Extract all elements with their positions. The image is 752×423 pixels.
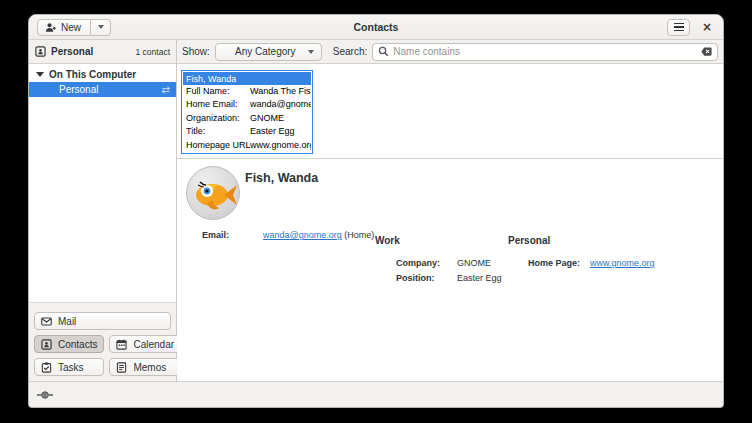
app-menu-button[interactable] — [667, 19, 690, 36]
personal-section-header: Personal — [508, 235, 550, 246]
position-label: Position: — [396, 273, 435, 283]
clear-search-icon[interactable] — [701, 46, 712, 57]
switcher-label: Tasks — [58, 362, 84, 373]
memos-icon — [116, 362, 127, 373]
close-button[interactable]: × — [699, 20, 715, 34]
sidebar: Personal 1 contact On This Computer Pers… — [29, 40, 177, 381]
fish-image — [187, 167, 240, 220]
chevron-down-icon — [98, 25, 104, 29]
category-value: Any Category — [223, 46, 308, 57]
contact-count: 1 contact — [136, 47, 171, 57]
main-pane: Show: Any Category Search: — [177, 40, 723, 381]
addressbook-pane-header: Personal 1 contact — [29, 40, 176, 64]
addressbook-icon — [35, 46, 46, 57]
contacts-icon — [41, 339, 52, 350]
tree-item-label: Personal — [59, 84, 98, 95]
search-label: Search: — [333, 46, 367, 57]
homepage-link[interactable]: www.gnome.org — [590, 258, 655, 268]
search-field[interactable] — [372, 43, 718, 61]
evolution-window: Contacts New × — [28, 14, 724, 408]
category-combobox[interactable]: Any Category — [215, 43, 322, 61]
tree-group-on-this-computer[interactable]: On This Computer — [29, 67, 176, 82]
search-input[interactable] — [393, 46, 697, 57]
switcher-label: Memos — [133, 362, 166, 373]
preview-contact-name: Fish, Wanda — [245, 171, 318, 185]
chevron-down-icon — [308, 50, 314, 54]
email-type: (Home) — [342, 230, 375, 240]
company-value: GNOME — [457, 258, 491, 268]
show-label: Show: — [182, 46, 210, 57]
statusbar — [29, 381, 723, 407]
online-status-icon[interactable] — [37, 390, 53, 400]
switcher-tasks-button[interactable]: Tasks — [34, 358, 104, 376]
minicard-name: Fish, Wanda — [183, 72, 311, 85]
new-dropdown-button[interactable] — [91, 19, 111, 36]
email-value: wanda@gnome.org (Home) — [263, 230, 374, 240]
minicard-row: Title: Easter Egg — [183, 125, 311, 138]
switcher-label: Contacts — [58, 339, 97, 350]
company-label: Company: — [396, 258, 440, 268]
tree-group-label: On This Computer — [49, 69, 136, 80]
new-button-label: New — [61, 22, 81, 33]
email-label: Email: — [202, 230, 229, 240]
switcher-memos-button[interactable]: Memos — [109, 358, 181, 376]
expander-icon[interactable] — [36, 72, 44, 77]
calendar-icon — [116, 339, 127, 350]
mail-icon — [41, 316, 52, 327]
new-contact-button[interactable]: New — [37, 19, 91, 36]
addressbook-tree: On This Computer Personal ⇄ — [29, 64, 176, 302]
homepage-value: www.gnome.org — [590, 258, 655, 268]
contact-minicard[interactable]: Fish, Wanda Full Name: Wanda The Fish Ho… — [181, 70, 313, 154]
minicard-row: Homepage URL: www.gnome.org — [183, 139, 311, 152]
switcher-label: Calendar — [133, 339, 174, 350]
minicard-row: Home Email: wanda@gnome.org — [183, 98, 311, 111]
tree-item-personal[interactable]: Personal ⇄ — [29, 82, 176, 97]
email-link[interactable]: wanda@gnome.org — [263, 230, 342, 240]
new-contact-icon — [45, 22, 56, 33]
minicard-row: Full Name: Wanda The Fish — [183, 85, 311, 98]
contact-list: Fish, Wanda Full Name: Wanda The Fish Ho… — [177, 64, 723, 159]
work-section-header: Work — [375, 235, 400, 246]
switcher-contacts-button[interactable]: Contacts — [34, 335, 104, 353]
homepage-label: Home Page: — [528, 258, 580, 268]
pane-header-title: Personal — [51, 46, 93, 57]
window-title: Contacts — [29, 21, 723, 33]
hamburger-icon — [674, 23, 684, 25]
titlebar: Contacts New × — [29, 15, 723, 40]
switcher-calendar-button[interactable]: Calendar — [109, 335, 181, 353]
contact-avatar — [186, 166, 240, 220]
minicard-row: Organization: GNOME — [183, 112, 311, 125]
view-switcher: Mail Contacts — [29, 302, 176, 381]
contact-preview-pane: Fish, Wanda Email: wanda@gnome.org (Home… — [177, 159, 723, 381]
tasks-icon — [41, 362, 52, 373]
filter-toolbar: Show: Any Category Search: — [177, 40, 723, 64]
switcher-mail-button[interactable]: Mail — [34, 312, 171, 330]
sync-icon: ⇄ — [162, 84, 170, 95]
switcher-label: Mail — [58, 316, 76, 327]
position-value: Easter Egg — [457, 273, 502, 283]
search-icon — [378, 46, 389, 57]
